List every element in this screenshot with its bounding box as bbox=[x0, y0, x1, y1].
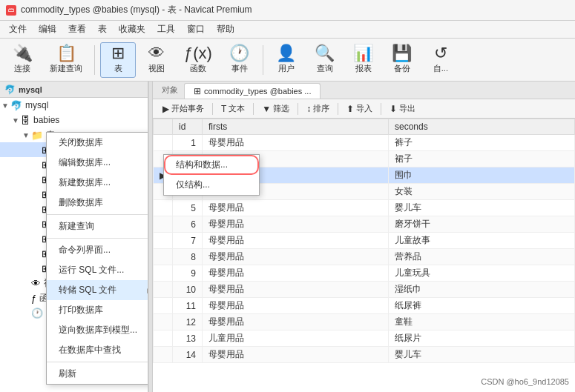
menu-item-窗口[interactable]: 窗口 bbox=[181, 21, 211, 37]
toolbar-label-view: 视图 bbox=[148, 63, 165, 74]
toolbar-btn-view[interactable]: 👁视图 bbox=[139, 42, 174, 78]
toolbar-btn-table[interactable]: ⊞表 bbox=[100, 42, 136, 78]
tree-icon-tables: 📁 bbox=[31, 130, 43, 141]
ctx-item-refresh[interactable]: 刷新 bbox=[47, 364, 148, 384]
ctx-item-new-query[interactable]: 新建查询 bbox=[47, 216, 148, 236]
sub-ctx-item-struct-only[interactable]: 仅结构... bbox=[164, 175, 259, 195]
toolbar-btn-event[interactable]: 🕐事件 bbox=[222, 42, 257, 78]
cell-id: 1 bbox=[173, 135, 203, 151]
action-label-filter: 筛选 bbox=[273, 103, 289, 114]
action-btn-import[interactable]: ⬆导入 bbox=[341, 101, 378, 116]
cell-arrow bbox=[154, 347, 173, 363]
cell-arrow bbox=[154, 330, 173, 347]
tree-arrow-mysql: ▼ bbox=[0, 102, 10, 110]
toolbar-icon-event: 🕐 bbox=[229, 45, 249, 62]
toolbar-btn-query[interactable]: 🔍查询 bbox=[307, 42, 343, 78]
cell-seconds: 裤子 bbox=[389, 135, 575, 151]
toolbar-btn-user[interactable]: 👤用户 bbox=[269, 42, 304, 78]
ctx-item-close-db[interactable]: 关闭数据库 bbox=[47, 133, 148, 153]
ctx-item-run-sql[interactable]: 运行 SQL 文件... bbox=[47, 260, 148, 280]
cell-id: 12 bbox=[173, 314, 203, 330]
tree-icon-events: 🕐 bbox=[31, 308, 43, 319]
menu-item-收藏夹[interactable]: 收藏夹 bbox=[113, 21, 151, 37]
left-panel: 🐬 mysql ▼🐬mysql▼🗄babies▼📁表⊞⊞⊞⊞⊞⊞⊞⊞⊞shopp… bbox=[0, 82, 148, 392]
tree-item-babies[interactable]: ▼🗄babies bbox=[0, 113, 148, 127]
toolbar-label-auto: 自... bbox=[433, 63, 448, 74]
table-row[interactable]: 7母婴用品儿童故事 bbox=[154, 233, 575, 249]
ctx-item-print-db[interactable]: 打印数据库 bbox=[47, 300, 148, 320]
table-row[interactable]: 1母婴用品裤子 bbox=[154, 135, 575, 151]
tab-bar-label-text: 对象 bbox=[162, 84, 178, 96]
toolbar-btn-connect[interactable]: 🔌连接 bbox=[4, 42, 40, 78]
menu-item-表[interactable]: 表 bbox=[92, 21, 113, 37]
ctx-item-edit-db[interactable]: 编辑数据库... bbox=[47, 153, 148, 173]
action-sep-sep2 bbox=[253, 103, 254, 115]
toolbar-btn-auto[interactable]: ↺自... bbox=[423, 42, 459, 78]
sub-context-menu: 结构和数据...仅结构... bbox=[163, 154, 260, 196]
table-row[interactable]: 8母婴用品营养品 bbox=[154, 249, 575, 265]
ctx-sep-sep1 bbox=[47, 214, 148, 215]
cell-id: 7 bbox=[173, 233, 203, 249]
tree-label-babies: babies bbox=[33, 115, 59, 125]
menu-item-文件[interactable]: 文件 bbox=[3, 21, 33, 37]
table-row[interactable]: 5母婴用品婴儿车 bbox=[154, 200, 575, 216]
cell-seconds: 婴儿车 bbox=[389, 200, 575, 216]
menu-item-帮助[interactable]: 帮助 bbox=[211, 21, 240, 37]
cell-seconds: 营养品 bbox=[389, 249, 575, 265]
cell-seconds: 童鞋 bbox=[389, 314, 575, 330]
cell-seconds: 婴儿车 bbox=[389, 347, 575, 363]
table-row[interactable]: 13儿童用品纸尿片 bbox=[154, 330, 575, 347]
action-btn-sort[interactable]: ↕排序 bbox=[301, 101, 335, 116]
ctx-item-cmd-list[interactable]: 命令列界面... bbox=[47, 240, 148, 260]
toolbar-label-table: 表 bbox=[114, 63, 122, 74]
sub-ctx-item-struct-data[interactable]: 结构和数据... bbox=[164, 155, 259, 175]
action-btn-filter[interactable]: ▼筛选 bbox=[257, 101, 295, 116]
action-btn-begin-tx[interactable]: ▶开始事务 bbox=[157, 101, 209, 116]
app-icon: 🗃 bbox=[6, 5, 16, 16]
tree-item-mysql[interactable]: ▼🐬mysql bbox=[0, 98, 148, 113]
menu-item-编辑[interactable]: 编辑 bbox=[33, 21, 62, 37]
table-row[interactable]: 10母婴用品湿纸巾 bbox=[154, 282, 575, 298]
menu-item-工具[interactable]: 工具 bbox=[151, 21, 181, 37]
toolbar-icon-table: ⊞ bbox=[111, 45, 125, 62]
table-row[interactable]: 12母婴用品童鞋 bbox=[154, 314, 575, 330]
tree-icon-funcs: ƒ bbox=[31, 293, 36, 304]
toolbar-btn-new-query[interactable]: 📋新建查询 bbox=[43, 42, 89, 78]
toolbar-btn-function[interactable]: ƒ(x)函数 bbox=[177, 42, 219, 78]
toolbar-icon-backup: 💾 bbox=[392, 45, 412, 62]
menu-item-查看[interactable]: 查看 bbox=[62, 21, 92, 37]
table-tab[interactable]: ⊞ commodity_types @babies ... bbox=[184, 83, 321, 99]
ctx-item-dump-sql[interactable]: 转储 SQL 文件 bbox=[47, 280, 148, 300]
cell-seconds: 围巾 bbox=[389, 167, 575, 184]
cell-firsts: 母婴用品 bbox=[203, 314, 389, 330]
action-icon-export: ⬇ bbox=[390, 104, 397, 114]
ctx-item-del-db[interactable]: 删除数据库 bbox=[47, 193, 148, 213]
action-sep-sep1 bbox=[212, 103, 213, 115]
action-icon-begin-tx: ▶ bbox=[162, 104, 169, 114]
toolbar-btn-backup[interactable]: 💾备份 bbox=[384, 42, 420, 78]
action-btn-text[interactable]: T文本 bbox=[216, 101, 250, 116]
tab-bar: 对象 ⊞ commodity_types @babies ... bbox=[153, 82, 575, 99]
db-icon: 🐬 bbox=[4, 84, 16, 95]
cell-seconds: 儿童玩具 bbox=[389, 265, 575, 282]
left-panel-header: 🐬 mysql bbox=[0, 82, 148, 98]
cell-id: 14 bbox=[173, 347, 203, 363]
ctx-item-reverse[interactable]: 逆向数据库到模型... bbox=[47, 320, 148, 340]
table-row[interactable]: 11母婴用品纸尿裤 bbox=[154, 298, 575, 314]
cell-arrow bbox=[154, 298, 173, 314]
title-bar: 🗃 commodity_types @babies (mysql) - 表 - … bbox=[0, 0, 575, 21]
toolbar-btn-report[interactable]: 📊报表 bbox=[346, 42, 381, 78]
toolbar-icon-auto: ↺ bbox=[434, 45, 447, 62]
cell-seconds: 湿纸巾 bbox=[389, 282, 575, 298]
action-label-import: 导入 bbox=[356, 103, 372, 114]
table-row[interactable]: 6母婴用品磨牙饼干 bbox=[154, 216, 575, 233]
toolbar-icon-view: 👁 bbox=[148, 45, 165, 62]
ctx-item-new-db[interactable]: 新建数据库... bbox=[47, 173, 148, 193]
cell-id: 8 bbox=[173, 249, 203, 265]
action-btn-export[interactable]: ⬇导出 bbox=[384, 101, 421, 116]
left-panel-title: mysql bbox=[19, 85, 42, 94]
table-row[interactable]: 9母婴用品儿童玩具 bbox=[154, 265, 575, 282]
table-row[interactable]: 14母婴用品婴儿车 bbox=[154, 347, 575, 363]
cell-id: 9 bbox=[173, 265, 203, 282]
ctx-item-find-in-db[interactable]: 在数据库中查找 bbox=[47, 340, 148, 360]
